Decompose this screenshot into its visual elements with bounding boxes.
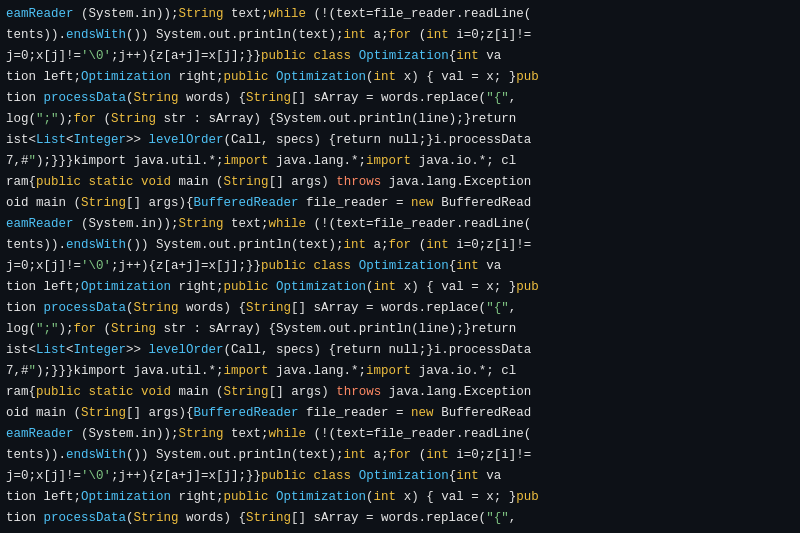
code-line: tion processData(String words) {String[]… [6,298,794,319]
code-line: eamReader (System.in));String text;while… [6,424,794,445]
code-line: tion left;Optimization right;public Opti… [6,67,794,88]
code-line: oid main (String[] args){BufferedReader … [6,193,794,214]
code-line: log(";");for (String str : sArray) {Syst… [6,109,794,130]
code-line: tents)).endsWith()) System.out.println(t… [6,235,794,256]
code-line: ist<List<Integer>> levelOrder(Call, spec… [6,130,794,151]
code-line: tion left;Optimization right;public Opti… [6,487,794,508]
code-line: oid main (String[] args){BufferedReader … [6,403,794,424]
code-line: tents)).endsWith()) System.out.println(t… [6,445,794,466]
code-line: 7,#");}}}kimport java.util.*;import java… [6,361,794,382]
code-line: ram{public static void main (String[] ar… [6,382,794,403]
code-line: eamReader (System.in));String text;while… [6,4,794,25]
code-line: log(";");for (String str : sArray) {Syst… [6,319,794,340]
code-line: 7,#");}}}kimport java.util.*;import java… [6,151,794,172]
code-line: ist<List<Integer>> levelOrder(Call, spec… [6,340,794,361]
code-line: j=0;x[j]!='\0';j++){z[a+j]=x[j];}}public… [6,256,794,277]
code-line: tion processData(String words) {String[]… [6,508,794,529]
code-editor: eamReader (System.in));String text;while… [0,0,800,533]
code-line: j=0;x[j]!='\0';j++){z[a+j]=x[j];}}public… [6,466,794,487]
code-line: tion left;Optimization right;public Opti… [6,277,794,298]
code-line: tents)).endsWith()) System.out.println(t… [6,25,794,46]
code-line: tion processData(String words) {String[]… [6,88,794,109]
code-line: eamReader (System.in));String text;while… [6,214,794,235]
code-line: j=0;x[j]!='\0';j++){z[a+j]=x[j];}}public… [6,46,794,67]
code-line: ram{public static void main (String[] ar… [6,172,794,193]
